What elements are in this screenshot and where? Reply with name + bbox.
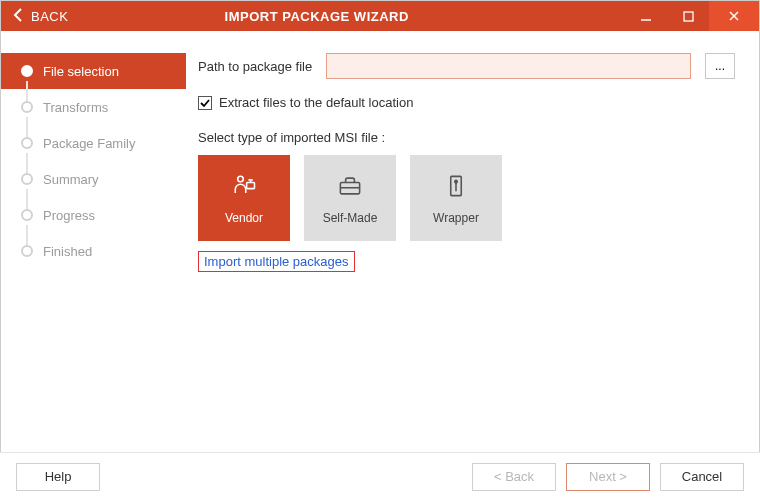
close-button[interactable] (709, 1, 759, 31)
svg-point-11 (455, 180, 457, 182)
path-input[interactable] (326, 53, 691, 79)
step-file-selection[interactable]: File selection (1, 53, 186, 89)
extract-checkbox[interactable] (198, 96, 212, 110)
toolbox-icon (336, 172, 364, 203)
svg-rect-1 (684, 12, 693, 21)
step-finished: Finished (1, 233, 186, 269)
footer: Help < Back Next > Cancel (0, 452, 760, 500)
tile-label: Self-Made (323, 211, 378, 225)
step-label: Summary (43, 172, 99, 187)
back-nav-button: < Back (472, 463, 556, 491)
step-transforms: Transforms (1, 89, 186, 125)
titlebar: BACK IMPORT PACKAGE WIZARD (1, 1, 759, 31)
step-label: Finished (43, 244, 92, 259)
window-controls (625, 1, 759, 31)
step-label: Transforms (43, 100, 108, 115)
tile-label: Wrapper (433, 211, 479, 225)
maximize-button[interactable] (667, 1, 709, 31)
svg-rect-5 (247, 182, 255, 188)
step-label: Progress (43, 208, 95, 223)
minimize-button[interactable] (625, 1, 667, 31)
step-package-family: Package Family (1, 125, 186, 161)
tile-vendor[interactable]: Vendor (198, 155, 290, 241)
step-dot-icon (21, 137, 33, 149)
step-dot-icon (21, 245, 33, 257)
vendor-icon (230, 172, 258, 203)
step-dot-icon (21, 209, 33, 221)
step-label: File selection (43, 64, 119, 79)
step-progress: Progress (1, 197, 186, 233)
step-dot-icon (21, 101, 33, 113)
window-title: IMPORT PACKAGE WIZARD (8, 9, 625, 24)
browse-button[interactable]: ... (705, 53, 735, 79)
import-multiple-link[interactable]: Import multiple packages (198, 251, 355, 272)
step-dot-icon (21, 65, 33, 77)
next-button[interactable]: Next > (566, 463, 650, 491)
cancel-button[interactable]: Cancel (660, 463, 744, 491)
tile-label: Vendor (225, 211, 263, 225)
main-panel: Path to package file ... Extract files t… (186, 31, 759, 451)
svg-point-4 (238, 176, 244, 182)
wrapper-icon (442, 172, 470, 203)
step-dot-icon (21, 173, 33, 185)
step-summary: Summary (1, 161, 186, 197)
step-label: Package Family (43, 136, 135, 151)
extract-label: Extract files to the default location (219, 95, 413, 110)
tile-wrapper[interactable]: Wrapper (410, 155, 502, 241)
select-type-label: Select type of imported MSI file : (198, 130, 735, 145)
tile-self-made[interactable]: Self-Made (304, 155, 396, 241)
path-label: Path to package file (198, 59, 312, 74)
wizard-steps-sidebar: File selection Transforms Package Family… (1, 31, 186, 451)
help-button[interactable]: Help (16, 463, 100, 491)
